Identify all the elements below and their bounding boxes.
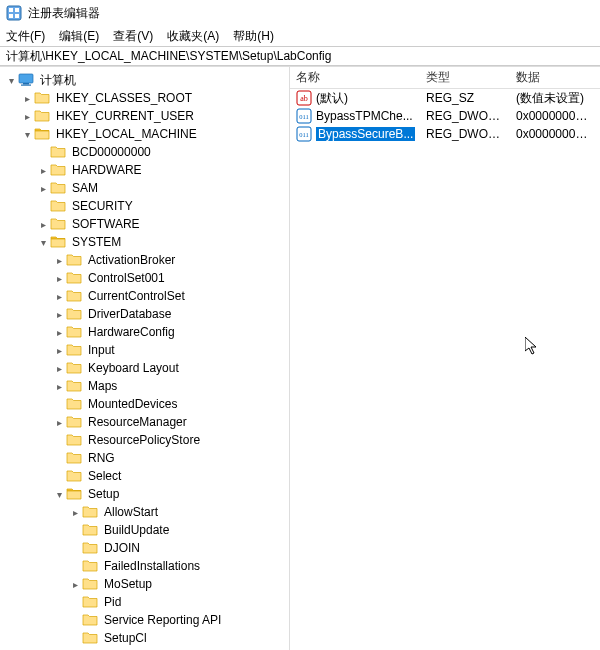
tree-item[interactable]: SetupCl bbox=[68, 629, 289, 647]
menu-file[interactable]: 文件(F) bbox=[4, 28, 47, 45]
folder-icon bbox=[34, 90, 50, 106]
chevron-right-icon[interactable]: ▸ bbox=[52, 361, 66, 375]
chevron-down-icon[interactable]: ▾ bbox=[4, 73, 18, 87]
tree-item[interactable]: ▸ActivationBroker bbox=[52, 251, 289, 269]
menu-help[interactable]: 帮助(H) bbox=[231, 28, 276, 45]
chevron-right-icon[interactable]: ▸ bbox=[68, 577, 82, 591]
tree-item[interactable]: Pid bbox=[68, 593, 289, 611]
chevron-down-icon[interactable]: ▾ bbox=[20, 127, 34, 141]
col-header-data[interactable]: 数据 bbox=[510, 69, 600, 86]
folder-icon bbox=[66, 414, 82, 430]
address-text: 计算机\HKEY_LOCAL_MACHINE\SYSTEM\Setup\LabC… bbox=[6, 48, 331, 65]
folder-icon bbox=[82, 594, 98, 610]
value-row[interactable]: (默认)REG_SZ(数值未设置) bbox=[290, 89, 600, 107]
tree-item[interactable]: ▸MoSetup bbox=[68, 575, 289, 593]
tree-item[interactable]: MountedDevices bbox=[52, 395, 289, 413]
chevron-right-icon[interactable]: ▸ bbox=[20, 91, 34, 105]
menu-favorites[interactable]: 收藏夹(A) bbox=[165, 28, 221, 45]
col-header-type[interactable]: 类型 bbox=[420, 69, 510, 86]
value-row[interactable]: BypassTPMChe...REG_DWORD0x00000001 (1) bbox=[290, 107, 600, 125]
value-name: (默认) bbox=[316, 91, 348, 105]
menu-edit[interactable]: 编辑(E) bbox=[57, 28, 101, 45]
tree-item[interactable]: BCD00000000 bbox=[36, 143, 289, 161]
col-header-name[interactable]: 名称 bbox=[290, 69, 420, 86]
tree-item[interactable]: ▸AllowStart bbox=[68, 503, 289, 521]
chevron-right-icon[interactable]: ▸ bbox=[52, 379, 66, 393]
chevron-right-icon[interactable]: ▸ bbox=[52, 307, 66, 321]
window-title: 注册表编辑器 bbox=[28, 5, 100, 22]
tree-item[interactable]: ▸CurrentControlSet bbox=[52, 287, 289, 305]
chevron-right-icon[interactable]: ▸ bbox=[36, 163, 50, 177]
tree-system[interactable]: ▾SYSTEM bbox=[36, 233, 289, 251]
tree-item[interactable]: ▸SAM bbox=[36, 179, 289, 197]
folder-icon bbox=[82, 504, 98, 520]
tree-label: SYSTEM bbox=[70, 235, 123, 249]
chevron-right-icon[interactable]: ▸ bbox=[68, 505, 82, 519]
chevron-right-icon[interactable]: ▸ bbox=[52, 271, 66, 285]
tree-label: Maps bbox=[86, 379, 119, 393]
tree-item[interactable]: BuildUpdate bbox=[68, 521, 289, 539]
tree-root-computer[interactable]: ▾ 计算机 bbox=[4, 71, 289, 89]
tree-label: CurrentControlSet bbox=[86, 289, 187, 303]
tree-item[interactable]: RNG bbox=[52, 449, 289, 467]
tree-item[interactable]: ▸ResourceManager bbox=[52, 413, 289, 431]
tree-label: HKEY_CLASSES_ROOT bbox=[54, 91, 194, 105]
tree-label: Keyboard Layout bbox=[86, 361, 181, 375]
chevron-down-icon[interactable]: ▾ bbox=[36, 235, 50, 249]
menu-bar: 文件(F) 编辑(E) 查看(V) 收藏夹(A) 帮助(H) bbox=[0, 26, 600, 46]
folder-open-icon bbox=[50, 234, 66, 250]
chevron-right-icon[interactable]: ▸ bbox=[20, 109, 34, 123]
tree-label: HardwareConfig bbox=[86, 325, 177, 339]
tree-item[interactable]: Service Reporting API bbox=[68, 611, 289, 629]
registry-tree[interactable]: ▾ 计算机 ▸ HKEY_CLASSES_ROOT ▸ HKEY_CURRENT… bbox=[0, 67, 290, 650]
tree-item[interactable]: ▸SOFTWARE bbox=[36, 215, 289, 233]
tree-hkcr[interactable]: ▸ HKEY_CLASSES_ROOT bbox=[20, 89, 289, 107]
tree-label: DJOIN bbox=[102, 541, 142, 555]
tree-label: SAM bbox=[70, 181, 100, 195]
menu-view[interactable]: 查看(V) bbox=[111, 28, 155, 45]
tree-hkcu[interactable]: ▸ HKEY_CURRENT_USER bbox=[20, 107, 289, 125]
tree-item[interactable]: ▸Keyboard Layout bbox=[52, 359, 289, 377]
tree-item[interactable]: FailedInstallations bbox=[68, 557, 289, 575]
tree-item[interactable]: SECURITY bbox=[36, 197, 289, 215]
address-bar[interactable]: 计算机\HKEY_LOCAL_MACHINE\SYSTEM\Setup\LabC… bbox=[0, 46, 600, 66]
tree-item[interactable]: DJOIN bbox=[68, 539, 289, 557]
chevron-right-icon[interactable]: ▸ bbox=[36, 217, 50, 231]
tree-item[interactable]: Select bbox=[52, 467, 289, 485]
value-row[interactable]: BypassSecureB...REG_DWORD0x00000001 (1) bbox=[290, 125, 600, 143]
tree-item[interactable]: ▸HARDWARE bbox=[36, 161, 289, 179]
tree-label: SECURITY bbox=[70, 199, 135, 213]
tree-item[interactable]: ▸Input bbox=[52, 341, 289, 359]
folder-icon bbox=[50, 198, 66, 214]
tree-item[interactable]: ▸Maps bbox=[52, 377, 289, 395]
tree-item[interactable]: ▸ControlSet001 bbox=[52, 269, 289, 287]
chevron-right-icon[interactable]: ▸ bbox=[52, 343, 66, 357]
chevron-right-icon[interactable]: ▸ bbox=[52, 289, 66, 303]
tree-item[interactable]: ▸HardwareConfig bbox=[52, 323, 289, 341]
chevron-down-icon[interactable]: ▾ bbox=[52, 487, 66, 501]
chevron-right-icon[interactable]: ▸ bbox=[52, 325, 66, 339]
tree-setup[interactable]: ▾Setup bbox=[52, 485, 289, 503]
tree-hklm[interactable]: ▾ HKEY_LOCAL_MACHINE bbox=[20, 125, 289, 143]
chevron-right-icon[interactable]: ▸ bbox=[52, 253, 66, 267]
tree-label: BCD00000000 bbox=[70, 145, 153, 159]
title-bar: 注册表编辑器 bbox=[0, 0, 600, 26]
chevron-right-icon[interactable]: ▸ bbox=[36, 181, 50, 195]
folder-icon bbox=[82, 576, 98, 592]
app-icon bbox=[6, 5, 22, 21]
tree-label: Pid bbox=[102, 595, 123, 609]
tree-label: HKEY_LOCAL_MACHINE bbox=[54, 127, 199, 141]
chevron-right-icon[interactable]: ▸ bbox=[52, 415, 66, 429]
folder-icon bbox=[66, 360, 82, 376]
value-type: REG_DWORD bbox=[420, 109, 510, 123]
folder-icon bbox=[66, 378, 82, 394]
value-name: BypassTPMChe... bbox=[316, 109, 413, 123]
tree-item[interactable]: ResourcePolicyStore bbox=[52, 431, 289, 449]
tree-item[interactable]: ▸DriverDatabase bbox=[52, 305, 289, 323]
tree-label: MoSetup bbox=[102, 577, 154, 591]
tree-label: Input bbox=[86, 343, 117, 357]
tree-label: HARDWARE bbox=[70, 163, 144, 177]
values-list[interactable]: 名称 类型 数据 (默认)REG_SZ(数值未设置)BypassTPMChe..… bbox=[290, 67, 600, 650]
folder-icon bbox=[66, 396, 82, 412]
value-data: 0x00000001 (1) bbox=[510, 109, 600, 123]
